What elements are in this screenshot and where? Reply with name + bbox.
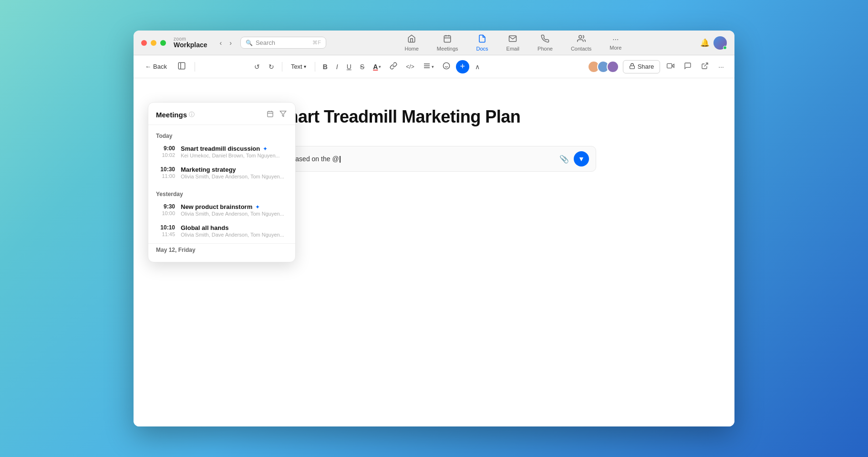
minimize-button[interactable] [151,40,156,46]
meeting-time: 10:30 11:00 [156,166,175,179]
more-nav-label: More [610,45,621,51]
collaborator-avatar-3 [607,61,619,73]
back-arrow[interactable]: ‹ [217,37,225,49]
meeting-item[interactable]: 9:30 10:00 New product brainstorm ✦ Oliv… [148,199,295,220]
meetings-calendar-button[interactable] [266,109,275,120]
toolbar: ← Back ↺ ↻ Text ▾ B I [134,55,734,78]
nav-items: Home Meetings Docs Email [396,31,630,54]
meetings-info-icon[interactable]: ⓘ [189,111,195,119]
meeting-item[interactable]: 10:10 11:45 Global all hands Olivia Smit… [148,220,295,241]
meeting-info: Smart treadmill discussion ✦ Kei Umekoc,… [181,145,288,158]
emoji-button[interactable] [440,60,453,73]
svg-point-10 [443,62,449,69]
nav-item-contacts[interactable]: Contacts [562,31,600,54]
align-button[interactable]: ▾ [420,60,437,73]
maximize-button[interactable] [160,40,166,46]
notifications-button[interactable]: 🔔 [700,38,710,47]
search-bar[interactable]: 🔍 Search ⌘F [240,37,326,49]
close-button[interactable] [141,40,147,46]
phone-nav-label: Phone [537,46,553,52]
collapse-button[interactable]: ∧ [472,61,483,73]
toolbar-divider-2 [282,62,282,72]
ai-attachment-button[interactable]: 📎 [559,155,569,164]
comment-button[interactable] [681,60,694,73]
meetings-dropdown: Meetings ⓘ Today [148,102,296,262]
underline-icon: U [347,63,351,71]
back-button[interactable]: ← Back [141,61,171,72]
meeting-item[interactable]: 10:30 11:00 Marketing strategy Olivia Sm… [148,162,295,183]
ai-prompt-text: Based on the @ [291,155,555,163]
strikethrough-button[interactable]: S [357,61,367,73]
external-link-button[interactable] [698,60,712,73]
meeting-title-row: Smart treadmill discussion ✦ [181,145,288,152]
zoom-brand: zoom Workplace [174,36,207,49]
more-options-button[interactable]: ··· [715,61,727,73]
meeting-info: Global all hands Olivia Smith, Dave Ande… [181,224,288,238]
bold-button[interactable]: B [320,61,331,73]
meetings-nav-label: Meetings [437,46,458,52]
titlebar: zoom Workplace ‹ › 🔍 Search ⌘F Home Me [134,31,734,55]
svg-marker-21 [280,111,286,116]
meeting-ai-icon: ✦ [255,204,260,210]
nav-item-home[interactable]: Home [396,31,427,54]
window-controls [141,40,166,46]
nav-item-meetings[interactable]: Meetings [428,31,467,54]
toolbar-divider-3 [315,62,315,72]
color-chevron: ▾ [379,64,381,69]
color-button[interactable]: A ▾ [370,61,384,73]
meeting-time: 9:30 10:00 [156,203,175,216]
meeting-info: New product brainstorm ✦ Olivia Smith, D… [181,203,288,217]
svg-rect-5 [178,62,185,69]
text-style-dropdown[interactable]: Text ▾ [287,61,310,72]
nav-item-email[interactable]: Email [498,31,528,54]
bold-icon: B [323,63,328,71]
text-dropdown-chevron: ▾ [304,64,306,69]
meeting-item[interactable]: 9:00 10:02 Smart treadmill discussion ✦ … [148,141,295,162]
svg-rect-0 [444,36,451,42]
titlebar-right: 🔔 [700,36,727,50]
underline-button[interactable]: U [344,61,354,73]
nav-item-docs[interactable]: Docs [468,31,497,54]
send-icon: ▼ [578,155,585,163]
plus-icon: + [460,62,465,72]
meeting-title-row: New product brainstorm ✦ [181,203,288,210]
meetings-section-today: Today [148,129,295,141]
search-icon: 🔍 [246,40,253,46]
svg-rect-13 [630,65,634,68]
nav-item-phone[interactable]: Phone [529,31,561,54]
sidebar-toggle-button[interactable] [175,60,189,74]
insert-button[interactable]: + [456,60,469,73]
meetings-filter-button[interactable] [279,109,288,120]
meetings-icon [443,34,452,45]
document-title: Smart Treadmill Marketing Plan [272,107,596,127]
ai-cursor [340,156,341,163]
svg-line-16 [704,63,708,66]
ai-prompt-box[interactable]: ✦ Based on the @ 📎 ▼ [272,146,596,172]
code-button[interactable]: </> [403,62,417,72]
redo-button[interactable]: ↻ [266,61,277,73]
search-shortcut: ⌘F [312,40,321,46]
share-button[interactable]: Share [623,60,661,73]
italic-button[interactable]: I [333,61,341,73]
ai-prompt-container: ✦ Based on the @ 📎 ▼ Meetings ⓘ [272,146,596,172]
meeting-title-row: Global all hands [181,224,288,231]
meetings-header-icons [266,109,288,120]
ai-send-button[interactable]: ▼ [574,151,589,166]
forward-arrow[interactable]: › [227,37,235,49]
workplace-label: Workplace [174,42,207,49]
home-icon [407,34,416,45]
user-avatar[interactable] [713,36,727,50]
toolbar-right: Share ··· [588,60,727,73]
nav-item-more[interactable]: ··· More [601,32,630,53]
video-button[interactable] [664,60,677,73]
link-button[interactable] [387,60,400,73]
undo-icon: ↺ [254,63,260,71]
share-label: Share [638,63,654,70]
more-icon: ··· [612,35,619,44]
svg-rect-17 [268,112,273,117]
meetings-footer-section: May 12, Friday [148,243,295,258]
undo-button[interactable]: ↺ [251,61,263,73]
collapse-icon: ∧ [475,63,480,71]
meeting-title-row: Marketing strategy [181,166,288,173]
docs-icon [478,34,486,45]
